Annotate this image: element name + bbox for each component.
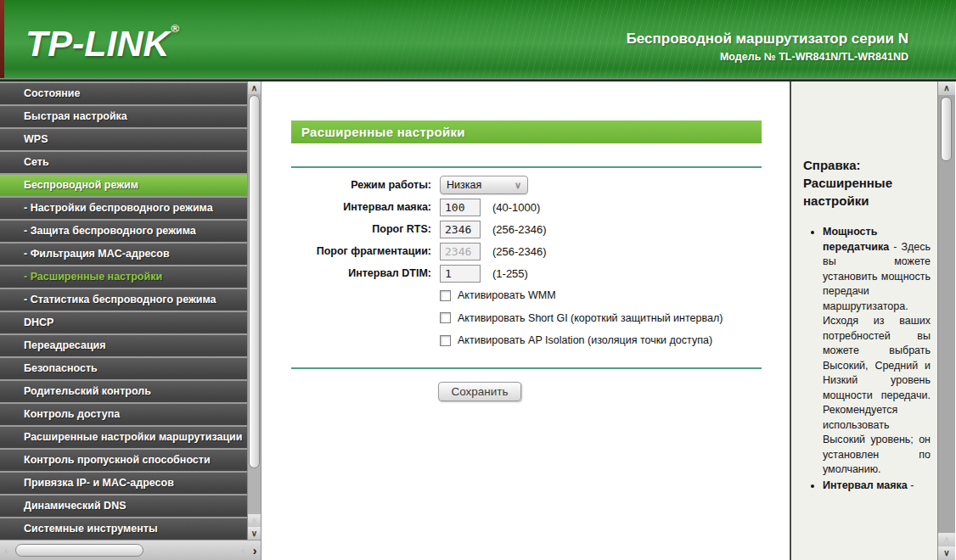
- header-red-strip: [0, 0, 4, 78]
- scroll-down-icon[interactable]: ∨: [248, 527, 261, 540]
- help-item-beacon-interval: Интервал маяка -: [823, 479, 931, 494]
- beacon-interval-range: (40-1000): [492, 201, 540, 214]
- fragmentation-threshold-label: Порог фрагментации:: [261, 245, 431, 257]
- sidebar-item-wireless-advanced[interactable]: - Расширенные настройки: [0, 266, 247, 288]
- sidebar-item-mac-filtering[interactable]: - Фильтрация MAC-адресов: [0, 244, 247, 265]
- sidebar-item-advanced-routing[interactable]: Расширенные настройки маршрутизации: [0, 427, 247, 448]
- scroll-left-icon[interactable]: ‹: [237, 545, 249, 557]
- sidebar-item-status[interactable]: Состояние: [0, 83, 247, 104]
- sidebar-item-wireless-settings[interactable]: - Настройки беспроводного режима: [0, 198, 247, 219]
- short-gi-checkbox-label: Активировать Short GI (короткий защитный…: [458, 312, 723, 324]
- registered-mark: ®: [172, 22, 180, 35]
- work-mode-selected-value: Низкая: [447, 179, 481, 191]
- checkbox-row-short-gi: Активировать Short GI (короткий защитный…: [440, 307, 790, 330]
- wmm-checkbox[interactable]: [440, 290, 451, 301]
- chevron-down-icon: ∨: [515, 180, 521, 191]
- sidebar-item-ip-mac-binding[interactable]: Привязка IP- и MAC-адресов: [0, 473, 247, 494]
- tplink-logo: TP-LINK®: [25, 22, 179, 64]
- checkbox-row-ap-isolation: Активировать AP Isolation (изоляция точк…: [440, 329, 790, 352]
- page-title: Расширенные настройки: [291, 120, 762, 143]
- dtim-interval-label: Интервал DTIM:: [261, 267, 431, 279]
- sidebar-item-parental-control[interactable]: Родительский контроль: [0, 381, 247, 402]
- help-panel: Справка: Расширенные настройки Мощность …: [790, 81, 937, 560]
- rts-threshold-input[interactable]: [440, 221, 481, 238]
- form-row-dtim-interval: Интервал DTIM: (1-255): [261, 262, 790, 284]
- help-item-transmit-power: Мощность передатчика - Здесь вы можете у…: [823, 225, 931, 478]
- help-title: Справка: Расширенные настройки: [803, 156, 903, 210]
- divider-top: [291, 166, 762, 168]
- scroll-up-icon[interactable]: ∧: [938, 81, 955, 95]
- sidebar-horizontal-scrollbar[interactable]: ‹ ‹ ›: [0, 540, 261, 560]
- sidebar-item-wireless-security[interactable]: - Защита беспроводного режима: [0, 221, 247, 242]
- router-series-title: Беспроводной маршрутизатор серии N: [627, 31, 908, 48]
- sidebar-item-system-tools[interactable]: Системные инструменты: [0, 518, 247, 540]
- sidebar-vertical-scrollbar[interactable]: ∧ ∧ ∨: [247, 81, 261, 540]
- help-term: Мощность передатчика: [823, 226, 889, 253]
- beacon-interval-input[interactable]: [440, 199, 481, 216]
- scroll-up-icon[interactable]: ∧: [248, 514, 261, 527]
- sidebar-item-quick-setup[interactable]: Быстрая настройка: [0, 106, 247, 127]
- help-text: - Здесь вы можете установить мощность пе…: [823, 241, 931, 476]
- sidebar-item-wps[interactable]: WPS: [0, 129, 247, 150]
- sidebar-item-bandwidth-control[interactable]: Контроль пропускной способности: [0, 450, 247, 471]
- main-content: Расширенные настройки Режим работы: Низк…: [261, 81, 790, 560]
- sidebar-item-security[interactable]: Безопасность: [0, 358, 247, 379]
- sidebar-menu: Состояние Быстрая настройка WPS Сеть Бес…: [0, 81, 247, 540]
- help-list: Мощность передатчика - Здесь вы можете у…: [803, 225, 931, 493]
- help-term: Интервал маяка: [823, 479, 908, 491]
- form-row-work-mode: Режим работы: Низкая ∨: [261, 174, 790, 196]
- sidebar-item-network[interactable]: Сеть: [0, 152, 247, 173]
- sidebar: Состояние Быстрая настройка WPS Сеть Бес…: [0, 81, 261, 560]
- ap-isolation-checkbox[interactable]: [440, 335, 451, 346]
- horizontal-scroll-track[interactable]: [14, 543, 235, 558]
- dtim-interval-range: (1-255): [492, 267, 528, 280]
- help-text: -: [910, 479, 914, 491]
- dtim-interval-input[interactable]: [440, 265, 481, 283]
- save-button[interactable]: Сохранить: [438, 382, 521, 401]
- form-row-beacon-interval: Интервал маяка: (40-1000): [261, 196, 790, 218]
- router-model: Модель № TL-WR841N/TL-WR841ND: [627, 51, 908, 63]
- help-scrollbar-thumb[interactable]: [941, 97, 952, 161]
- fragmentation-threshold-input: [440, 243, 481, 260]
- scroll-up-icon[interactable]: ∧: [938, 533, 955, 546]
- work-mode-select[interactable]: Низкая ∨: [440, 176, 528, 194]
- form-row-fragmentation-threshold: Порог фрагментации: (256-2346): [261, 240, 790, 262]
- form-row-rts-threshold: Порог RTS: (256-2346): [261, 218, 790, 240]
- rts-threshold-range: (256-2346): [492, 223, 547, 236]
- beacon-interval-label: Интервал маяка:: [261, 201, 431, 213]
- help-panel-scrollbar[interactable]: ∧ ∧ ∨: [937, 81, 955, 560]
- advanced-settings-form: Режим работы: Низкая ∨ Интервал маяка: (…: [261, 174, 790, 352]
- short-gi-checkbox[interactable]: [440, 312, 451, 323]
- scroll-left-icon[interactable]: ‹: [0, 545, 12, 557]
- scroll-down-icon[interactable]: ∨: [938, 546, 955, 560]
- header: TP-LINK® Беспроводной маршрутизатор сери…: [0, 0, 956, 78]
- scroll-up-icon[interactable]: ∧: [248, 81, 261, 94]
- sidebar-scrollbar-thumb[interactable]: [249, 95, 260, 468]
- sidebar-item-dhcp[interactable]: DHCP: [0, 312, 247, 333]
- rts-threshold-label: Порог RTS:: [261, 223, 431, 235]
- work-mode-label: Режим работы:: [261, 179, 431, 191]
- sidebar-item-dynamic-dns[interactable]: Динамический DNS: [0, 496, 247, 517]
- scroll-right-icon[interactable]: ›: [249, 544, 261, 557]
- checkbox-row-wmm: Активировать WMM: [440, 284, 790, 307]
- ap-isolation-checkbox-label: Активировать AP Isolation (изоляция точк…: [458, 334, 712, 346]
- divider-bottom: [291, 367, 762, 369]
- horizontal-scrollbar-thumb[interactable]: [15, 544, 143, 557]
- wmm-checkbox-label: Активировать WMM: [458, 289, 556, 301]
- sidebar-item-access-control[interactable]: Контроль доступа: [0, 404, 247, 425]
- fragmentation-threshold-range: (256-2346): [492, 245, 547, 258]
- sidebar-item-forwarding[interactable]: Переадресация: [0, 335, 247, 356]
- sidebar-item-wireless[interactable]: Беспроводной режим: [0, 175, 247, 196]
- sidebar-item-wireless-statistics[interactable]: - Статистика беспроводного режима: [0, 289, 247, 311]
